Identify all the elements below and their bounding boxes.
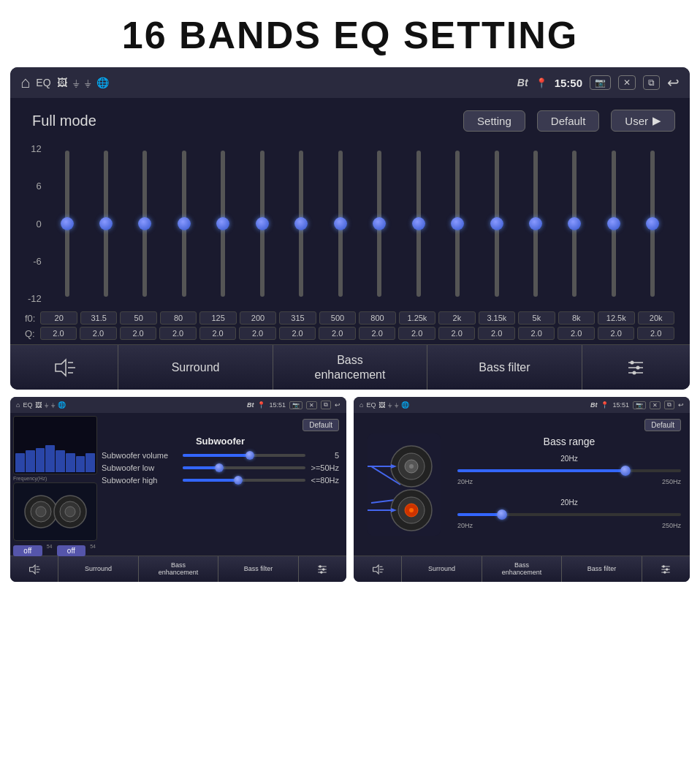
bass-filter-btn[interactable]: Bass filter: [427, 345, 582, 390]
freq-label-9[interactable]: 1.25k: [399, 311, 435, 325]
mini-bass-filter-btn-2[interactable]: Bass filter: [562, 556, 642, 582]
mini-volume-btn-2[interactable]: [354, 556, 402, 582]
freq-label-13[interactable]: 8k: [558, 311, 595, 325]
q-label-14[interactable]: 2.0: [598, 327, 635, 340]
subwoofer-high-slider[interactable]: [183, 479, 305, 482]
slider-track-15[interactable]: [650, 151, 655, 297]
q-label-12[interactable]: 2.0: [518, 327, 555, 340]
q-label-10[interactable]: 2.0: [438, 327, 476, 340]
subwoofer-volume-slider[interactable]: [183, 454, 305, 457]
q-label-2[interactable]: 2.0: [120, 327, 157, 340]
volume-icon-btn[interactable]: [10, 345, 118, 390]
slider-track-1[interactable]: [104, 151, 108, 297]
mini-eq-btn-2[interactable]: [642, 556, 690, 582]
q-label-5[interactable]: 2.0: [239, 327, 276, 340]
home-icon[interactable]: ⌂: [20, 73, 30, 92]
q-label-11[interactable]: 2.0: [478, 327, 515, 340]
slider-thumb-4[interactable]: [216, 217, 229, 230]
user-button[interactable]: User ▶: [611, 110, 675, 132]
slider-track-9[interactable]: [416, 151, 421, 297]
slider-track-12[interactable]: [533, 151, 538, 297]
q-label-1[interactable]: 2.0: [80, 327, 117, 340]
q-label-13[interactable]: 2.0: [558, 327, 595, 340]
equalizer-settings-btn[interactable]: [582, 345, 690, 390]
freq-label-2[interactable]: 50: [120, 311, 156, 325]
freq-label-11[interactable]: 3.15k: [479, 311, 515, 325]
slider-thumb-7[interactable]: [334, 217, 347, 230]
subwoofer-low-slider[interactable]: [183, 466, 305, 469]
slider-track-14[interactable]: [612, 151, 616, 297]
slider-thumb-9[interactable]: [412, 217, 425, 230]
bass-range-thumb-1[interactable]: [620, 466, 631, 476]
mini-bass-filter-btn[interactable]: Bass filter: [218, 556, 299, 582]
slider-track-5[interactable]: [260, 151, 265, 297]
slider-track-4[interactable]: [221, 151, 225, 297]
freq-label-4[interactable]: 125: [199, 311, 236, 325]
q-label-0[interactable]: 2.0: [40, 327, 77, 340]
slider-col-15: [634, 143, 672, 304]
close-btn[interactable]: ✕: [618, 75, 636, 90]
mini-surround-btn-2[interactable]: Surround: [402, 556, 482, 582]
surround-btn[interactable]: Surround: [118, 345, 273, 390]
freq-label-1[interactable]: 31.5: [80, 311, 117, 325]
slider-track-8[interactable]: [377, 151, 381, 297]
mini-volume-btn[interactable]: [10, 556, 58, 582]
freq-label-3[interactable]: 80: [160, 311, 197, 325]
slider-track-11[interactable]: [495, 151, 499, 297]
slider-thumb-6[interactable]: [294, 217, 308, 230]
slider-track-6[interactable]: [299, 151, 303, 297]
svg-point-25: [321, 571, 323, 573]
freq-label-12[interactable]: 5k: [518, 311, 555, 325]
default-button[interactable]: Default: [537, 110, 600, 132]
bass-range-thumb-2[interactable]: [497, 509, 507, 520]
usb-icon1: ⏚: [73, 77, 79, 88]
mini-bass-enhance-btn[interactable]: Bassenhancement: [139, 556, 219, 582]
freq-label-6[interactable]: 315: [279, 311, 316, 325]
setting-button[interactable]: Setting: [463, 110, 525, 132]
slider-thumb-11[interactable]: [490, 217, 503, 230]
slider-track-2[interactable]: [142, 151, 147, 297]
camera-btn[interactable]: 📷: [590, 75, 611, 90]
slider-thumb-3[interactable]: [178, 217, 191, 230]
slider-thumb-1[interactable]: [99, 217, 113, 230]
slider-track-7[interactable]: [338, 151, 343, 297]
slider-thumb-8[interactable]: [373, 217, 386, 230]
slider-thumb-12[interactable]: [529, 217, 542, 230]
q-label-8[interactable]: 2.0: [359, 327, 396, 340]
back-btn[interactable]: ↩: [667, 74, 680, 91]
mini-surround-btn[interactable]: Surround: [58, 556, 139, 582]
q-label-4[interactable]: 2.0: [199, 327, 237, 340]
freq-label-7[interactable]: 500: [319, 311, 356, 325]
slider-track-0[interactable]: [65, 151, 69, 297]
freq-label-5[interactable]: 200: [240, 311, 276, 325]
mini-eq-btn[interactable]: [299, 556, 346, 582]
freq-label-10[interactable]: 2k: [438, 311, 475, 325]
window-btn[interactable]: ⧉: [643, 75, 660, 90]
bass-enhancement-btn[interactable]: Bassenhancement: [273, 345, 427, 390]
screenshot2-default-btn[interactable]: Default: [644, 419, 681, 431]
slider-thumb-14[interactable]: [607, 217, 620, 230]
slider-track-13[interactable]: [572, 151, 577, 297]
q-label-15[interactable]: 2.0: [637, 327, 674, 340]
slider-thumb-13[interactable]: [568, 217, 581, 230]
freq-label-15[interactable]: 20k: [638, 311, 674, 325]
off-btn-2[interactable]: off: [57, 545, 86, 556]
screenshot1-default-btn[interactable]: Default: [303, 419, 339, 431]
q-label-3[interactable]: 2.0: [159, 327, 197, 340]
slider-thumb-15[interactable]: [646, 217, 659, 230]
slider-track-3[interactable]: [182, 151, 186, 297]
freq-label-0[interactable]: 20: [40, 311, 77, 325]
slider-thumb-5[interactable]: [256, 217, 269, 230]
q-label-7[interactable]: 2.0: [319, 327, 356, 340]
slider-thumb-10[interactable]: [451, 217, 464, 230]
mini-bass-enhance-btn-2[interactable]: Bassenhancement: [482, 556, 563, 582]
freq-label-8[interactable]: 800: [359, 311, 395, 325]
freq-q-area: f0: 2031.550801252003155008001.25k2k3.15…: [10, 311, 690, 344]
freq-label-14[interactable]: 12.5k: [598, 311, 634, 325]
slider-track-10[interactable]: [455, 151, 460, 297]
slider-thumb-2[interactable]: [138, 217, 151, 230]
q-label-9[interactable]: 2.0: [398, 327, 435, 340]
q-label-6[interactable]: 2.0: [279, 327, 316, 340]
slider-thumb-0[interactable]: [61, 217, 74, 230]
off-btn-1[interactable]: off: [13, 545, 42, 556]
